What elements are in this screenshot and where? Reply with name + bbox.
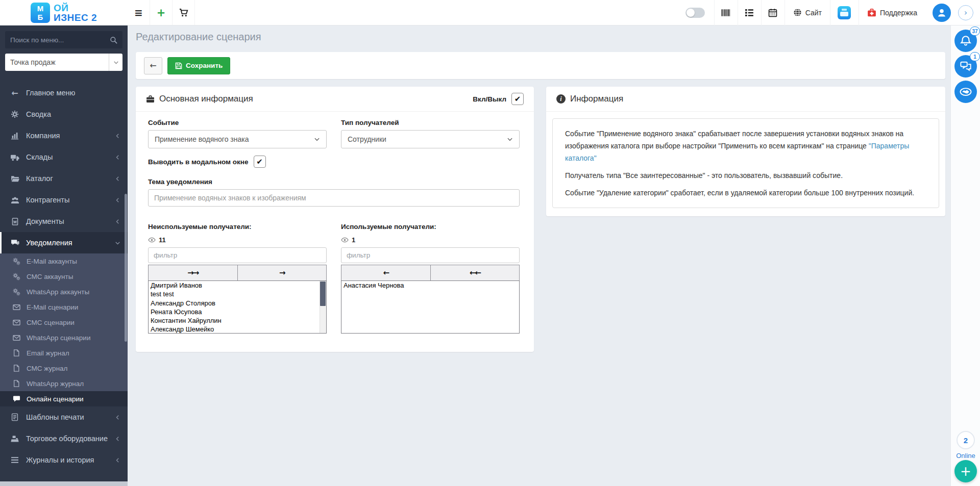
list-option[interactable]: test test bbox=[149, 290, 326, 298]
move-right-button[interactable]: → bbox=[238, 265, 327, 281]
submenu-sms-log[interactable]: СМС журнал bbox=[0, 361, 128, 376]
info-text-box: Событие "Применение водяного знака" сраб… bbox=[552, 118, 939, 208]
quick-add-button[interactable]: + bbox=[150, 0, 173, 25]
subject-input[interactable] bbox=[148, 189, 520, 207]
user-avatar[interactable] bbox=[933, 4, 951, 22]
barcode-button[interactable] bbox=[714, 0, 738, 25]
users-icon bbox=[9, 196, 20, 204]
event-select[interactable]: Применение водяного знака bbox=[148, 130, 327, 148]
save-button[interactable]: Сохранить bbox=[167, 57, 230, 74]
submenu-sms-scenarios[interactable]: СМС сценарии bbox=[0, 315, 128, 330]
partners-button[interactable] bbox=[954, 81, 977, 103]
used-recipients-listbox[interactable]: Анастасия Чернова bbox=[341, 280, 520, 334]
list-option[interactable]: Дмитрий Иванов bbox=[149, 281, 326, 290]
submenu-whatsapp-scenarios[interactable]: WhatsApp сценарии bbox=[0, 330, 128, 345]
site-button[interactable]: Сайт bbox=[785, 0, 830, 25]
app-logo[interactable]: МБ ОЙ ИЗНЕС 2 bbox=[0, 0, 128, 25]
chevron-left-icon bbox=[115, 197, 120, 203]
sidebar-item-warehouses[interactable]: Склады bbox=[0, 146, 128, 168]
envelope-icon bbox=[11, 319, 21, 326]
listbox-scrollbar[interactable] bbox=[320, 281, 326, 333]
info-paragraph-1: Событие "Применение водяного знака" сраб… bbox=[565, 127, 926, 164]
plus-icon: + bbox=[960, 464, 971, 479]
medkit-icon bbox=[867, 8, 876, 17]
modal-window-label: Выводить в модальном окне bbox=[148, 158, 249, 166]
list-option[interactable]: Анастасия Чернова bbox=[341, 281, 519, 290]
collapse-panel-button[interactable]: › bbox=[958, 5, 973, 20]
sidebar-item-summary[interactable]: Сводка bbox=[0, 104, 128, 125]
list-option[interactable]: Александр Шемейко bbox=[149, 325, 326, 334]
enabled-checkbox[interactable]: ✔ bbox=[511, 93, 524, 105]
menu-search[interactable] bbox=[5, 31, 122, 48]
unused-count: 11 bbox=[159, 236, 166, 244]
list-icon bbox=[9, 456, 20, 464]
double-arrow-left-icon: ←← bbox=[470, 268, 480, 277]
sidebar-bottom-scrollbar[interactable] bbox=[0, 481, 128, 486]
unused-recipients-listbox[interactable]: Дмитрий Иванов test test Александр Столя… bbox=[148, 280, 327, 334]
online-counter[interactable]: 2 bbox=[957, 431, 975, 449]
submenu-sms-accounts[interactable]: СМС аккаунты bbox=[0, 269, 128, 284]
comments-icon bbox=[9, 239, 20, 247]
info-panel-title: Информация bbox=[570, 94, 623, 104]
calendar-button[interactable] bbox=[761, 0, 785, 25]
modal-window-checkbox[interactable]: ✔ bbox=[254, 156, 266, 168]
scrollbar-thumb[interactable] bbox=[320, 282, 326, 306]
subject-label: Тема уведомления bbox=[148, 178, 520, 186]
barcode-icon bbox=[721, 8, 730, 17]
sidebar-item-catalog[interactable]: Каталог bbox=[0, 168, 128, 189]
sidebar-scrollbar[interactable] bbox=[125, 194, 127, 342]
submenu-email-accounts[interactable]: E-Mail аккаунты bbox=[0, 253, 128, 269]
submenu-email-scenarios[interactable]: E-Mail сценарии bbox=[0, 299, 128, 315]
sidebar-item-main-menu[interactable]: ← Главное меню bbox=[0, 82, 128, 104]
handshake-icon bbox=[960, 86, 972, 98]
cart-button[interactable] bbox=[173, 0, 195, 25]
sidebar-item-notifications[interactable]: Уведомления bbox=[0, 232, 128, 253]
submenu-whatsapp-log[interactable]: WhatsApp журнал bbox=[0, 376, 128, 391]
submenu-email-log[interactable]: Email журнал bbox=[0, 345, 128, 361]
right-rail: 37 1 2 Online + bbox=[950, 25, 980, 486]
used-count: 1 bbox=[352, 236, 355, 244]
sidebar-item-trade-equipment[interactable]: Торговое оборудование bbox=[0, 428, 128, 449]
bell-icon bbox=[960, 35, 971, 46]
menu-search-input[interactable] bbox=[10, 36, 110, 44]
envelope-icon bbox=[11, 303, 21, 311]
used-filter-input[interactable] bbox=[341, 247, 520, 263]
chevron-down-icon bbox=[507, 136, 513, 142]
sidebar-item-logs-history[interactable]: Журналы и история bbox=[0, 449, 128, 471]
list-option[interactable]: Александр Столяров bbox=[149, 299, 326, 308]
file-icon bbox=[11, 349, 21, 356]
move-left-button[interactable]: ← bbox=[341, 265, 431, 281]
globe-icon bbox=[793, 8, 802, 17]
arrow-left-icon: ← bbox=[383, 268, 388, 277]
messages-button[interactable]: 1 bbox=[954, 55, 977, 78]
comment-icon bbox=[11, 395, 21, 403]
app-shortcut-button[interactable] bbox=[830, 0, 859, 25]
list-option[interactable]: Рената Юсупова bbox=[149, 308, 326, 316]
sidebar-item-print-templates[interactable]: Шаблоны печати bbox=[0, 406, 128, 428]
sidebar-item-documents[interactable]: Документы bbox=[0, 211, 128, 232]
menu-toggle-button[interactable]: ≡ bbox=[128, 0, 150, 25]
support-button[interactable]: Поддержка bbox=[859, 0, 925, 25]
back-button[interactable]: ← bbox=[144, 57, 162, 74]
chevron-left-icon bbox=[115, 219, 120, 224]
sidebar-item-company[interactable]: Компания bbox=[0, 125, 128, 146]
recipient-type-select[interactable]: Сотрудники bbox=[341, 130, 520, 148]
unused-filter-input[interactable] bbox=[148, 247, 327, 263]
theme-toggle[interactable] bbox=[685, 8, 705, 18]
point-of-sale-select[interactable]: Точка продаж bbox=[5, 54, 122, 71]
eye-icon bbox=[148, 236, 156, 244]
panel-title: Основная информация bbox=[159, 94, 253, 104]
gears-icon bbox=[11, 258, 21, 265]
sidebar-nav: ← Главное меню Сводка Компания Склады Ка… bbox=[0, 82, 128, 471]
sidebar-item-counterparties[interactable]: Контрагенты bbox=[0, 189, 128, 211]
tasks-button[interactable] bbox=[738, 0, 761, 25]
submenu-online-scenarios[interactable]: Онлайн сценарии bbox=[0, 391, 128, 406]
add-button[interactable]: + bbox=[954, 460, 977, 482]
move-all-right-button[interactable]: →→ bbox=[148, 265, 238, 281]
submenu-whatsapp-accounts[interactable]: WhatsApp аккаунты bbox=[0, 284, 128, 299]
move-all-left-button[interactable]: ←← bbox=[431, 265, 520, 281]
notifications-button[interactable]: 37 bbox=[954, 30, 977, 52]
info-paragraph-3: Событие "Удаление категории" сработает, … bbox=[565, 187, 926, 199]
list-option[interactable]: Константин Хайруллин bbox=[149, 316, 326, 325]
logo-line1: ОЙ bbox=[54, 3, 97, 13]
